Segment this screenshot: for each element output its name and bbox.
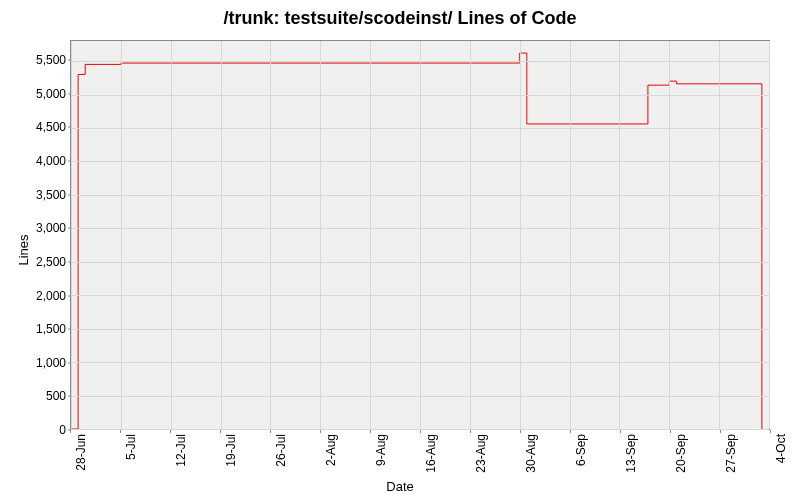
x-tick-mark bbox=[620, 430, 621, 433]
x-tick-label: 28-Jun bbox=[74, 434, 88, 471]
x-tick-mark bbox=[170, 430, 171, 433]
grid-line-vertical bbox=[619, 41, 620, 429]
y-tick-mark bbox=[68, 127, 71, 128]
x-tick-label: 27-Sep bbox=[724, 434, 738, 473]
x-tick-mark bbox=[370, 430, 371, 433]
x-axis-label: Date bbox=[0, 479, 800, 494]
y-tick-mark bbox=[68, 161, 71, 162]
y-tick-label: 0 bbox=[6, 423, 66, 437]
grid-line-vertical bbox=[370, 41, 371, 429]
grid-line-vertical bbox=[520, 41, 521, 429]
y-tick-mark bbox=[68, 194, 71, 195]
x-tick-label: 5-Jul bbox=[124, 434, 138, 460]
x-tick-mark bbox=[220, 430, 221, 433]
grid-line-vertical bbox=[719, 41, 720, 429]
x-tick-label: 26-Jul bbox=[274, 434, 288, 467]
y-tick-mark bbox=[68, 228, 71, 229]
x-tick-label: 20-Sep bbox=[674, 434, 688, 473]
x-tick-label: 30-Aug bbox=[524, 434, 538, 473]
plot-area bbox=[70, 40, 770, 430]
x-tick-mark bbox=[770, 430, 771, 433]
grid-line-vertical bbox=[669, 41, 670, 429]
y-tick-mark bbox=[68, 93, 71, 94]
y-tick-label: 5,000 bbox=[6, 87, 66, 101]
chart-title: /trunk: testsuite/scodeinst/ Lines of Co… bbox=[0, 8, 800, 29]
grid-line-vertical bbox=[221, 41, 222, 429]
grid-line-vertical bbox=[121, 41, 122, 429]
x-tick-label: 12-Jul bbox=[174, 434, 188, 467]
y-tick-label: 1,000 bbox=[6, 356, 66, 370]
y-tick-mark bbox=[68, 295, 71, 296]
x-tick-mark bbox=[120, 430, 121, 433]
x-tick-mark bbox=[520, 430, 521, 433]
y-tick-mark bbox=[68, 60, 71, 61]
grid-line-vertical bbox=[769, 41, 770, 429]
grid-line-vertical bbox=[270, 41, 271, 429]
x-tick-mark bbox=[720, 430, 721, 433]
y-tick-label: 4,000 bbox=[6, 154, 66, 168]
grid-line-vertical bbox=[420, 41, 421, 429]
y-tick-label: 1,500 bbox=[6, 322, 66, 336]
grid-line-vertical bbox=[71, 41, 72, 429]
x-tick-mark bbox=[570, 430, 571, 433]
y-tick-label: 5,500 bbox=[6, 53, 66, 67]
y-tick-mark bbox=[68, 396, 71, 397]
x-tick-mark bbox=[470, 430, 471, 433]
x-tick-label: 23-Aug bbox=[474, 434, 488, 473]
y-tick-label: 500 bbox=[6, 389, 66, 403]
x-tick-mark bbox=[270, 430, 271, 433]
x-tick-label: 4-Oct bbox=[774, 434, 788, 463]
y-tick-label: 3,500 bbox=[6, 188, 66, 202]
x-tick-label: 2-Aug bbox=[324, 434, 338, 466]
x-tick-mark bbox=[320, 430, 321, 433]
x-tick-label: 13-Sep bbox=[624, 434, 638, 473]
y-tick-mark bbox=[68, 329, 71, 330]
x-tick-mark bbox=[70, 430, 71, 433]
grid-line-vertical bbox=[171, 41, 172, 429]
y-tick-label: 4,500 bbox=[6, 120, 66, 134]
grid-line-vertical bbox=[570, 41, 571, 429]
x-tick-label: 16-Aug bbox=[424, 434, 438, 473]
x-tick-label: 19-Jul bbox=[224, 434, 238, 467]
x-tick-mark bbox=[420, 430, 421, 433]
y-tick-mark bbox=[68, 261, 71, 262]
y-tick-label: 2,000 bbox=[6, 289, 66, 303]
x-tick-mark bbox=[670, 430, 671, 433]
y-tick-label: 3,000 bbox=[6, 221, 66, 235]
y-tick-mark bbox=[68, 362, 71, 363]
x-tick-label: 6-Sep bbox=[574, 434, 588, 466]
y-tick-label: 2,500 bbox=[6, 255, 66, 269]
x-tick-label: 9-Aug bbox=[374, 434, 388, 466]
grid-line-vertical bbox=[470, 41, 471, 429]
grid-line-vertical bbox=[320, 41, 321, 429]
